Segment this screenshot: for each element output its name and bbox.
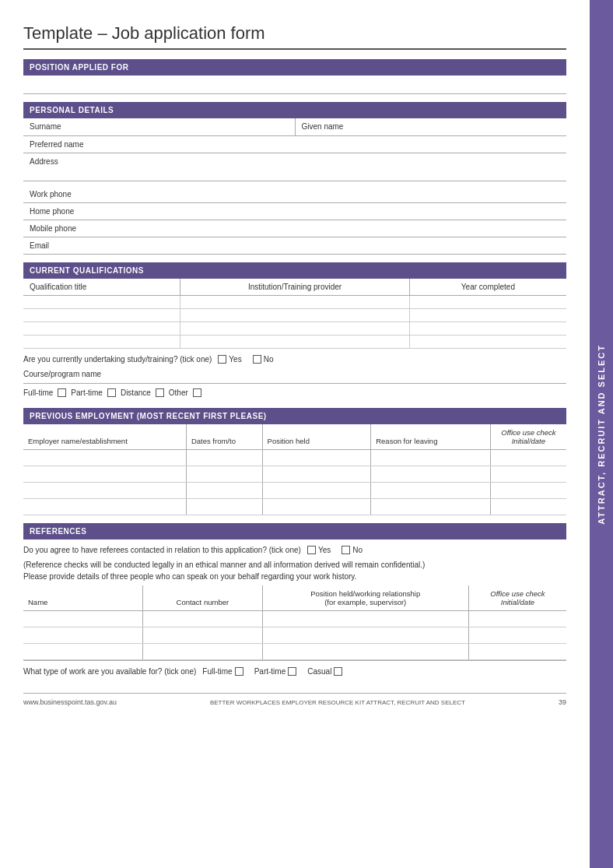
course-program-row: Course/program name bbox=[23, 367, 566, 384]
qual-year-col-header: Year completed bbox=[410, 279, 566, 295]
qual-title-1[interactable] bbox=[23, 296, 180, 308]
work-casual-checkbox[interactable]: Casual bbox=[307, 667, 342, 676]
ref-no-box[interactable] bbox=[342, 546, 350, 554]
references-header: REFERENCES bbox=[23, 523, 566, 539]
other-label: Other bbox=[169, 388, 188, 397]
ref-position-1[interactable] bbox=[262, 611, 468, 627]
ref-contact-3[interactable] bbox=[143, 644, 263, 660]
work-fulltime-box[interactable] bbox=[235, 667, 243, 676]
given-name-label: Given name bbox=[296, 118, 567, 135]
yes-checkbox[interactable]: Yes bbox=[218, 355, 241, 364]
footer-page-number: 39 bbox=[559, 698, 566, 706]
ref-no-checkbox[interactable]: No bbox=[342, 546, 363, 554]
qual-year-2[interactable] bbox=[410, 309, 566, 322]
ref-row-3 bbox=[23, 644, 566, 660]
emp-employer-4[interactable] bbox=[23, 499, 186, 515]
no-checkbox-box[interactable] bbox=[253, 355, 261, 364]
yes-label: Yes bbox=[229, 355, 241, 364]
ref-contact-1[interactable] bbox=[143, 611, 263, 627]
employment-table: Employer name/establishment Dates from/t… bbox=[23, 424, 566, 515]
work-type-question: What type of work are you available for?… bbox=[23, 667, 196, 676]
emp-office-3 bbox=[490, 483, 566, 499]
qual-title-2[interactable] bbox=[23, 309, 180, 322]
emp-dates-3[interactable] bbox=[186, 483, 262, 499]
qual-title-col-header: Qualification title bbox=[23, 279, 180, 295]
fulltime-checkbox[interactable] bbox=[58, 388, 66, 397]
qual-row-3 bbox=[23, 322, 566, 336]
references-section: REFERENCES Do you agree to have referees… bbox=[23, 523, 566, 679]
qual-institution-3[interactable] bbox=[180, 322, 410, 335]
ref-contact-2[interactable] bbox=[143, 627, 263, 644]
ref-position-2[interactable] bbox=[262, 627, 468, 644]
emp-row-2 bbox=[23, 466, 566, 483]
previous-employment-section: PREVIOUS EMPLOYMENT (MOST RECENT FIRST P… bbox=[23, 408, 566, 515]
references-table: Name Contact number Position held/workin… bbox=[23, 585, 566, 660]
ref-yes-box[interactable] bbox=[307, 546, 316, 554]
emp-position-3[interactable] bbox=[262, 483, 371, 499]
ref-name-1[interactable] bbox=[23, 611, 143, 627]
emp-position-2[interactable] bbox=[262, 466, 371, 483]
ref-office-3 bbox=[468, 644, 566, 660]
qual-title-3[interactable] bbox=[23, 322, 180, 335]
work-casual-label: Casual bbox=[307, 667, 331, 676]
ref-col-office: Office use checkInitial/date bbox=[468, 585, 566, 611]
emp-reason-3[interactable] bbox=[371, 483, 491, 499]
qual-year-4[interactable] bbox=[410, 336, 566, 348]
work-parttime-checkbox[interactable]: Part-time bbox=[254, 667, 297, 676]
preferred-name-field[interactable]: Preferred name bbox=[23, 136, 566, 153]
emp-dates-4[interactable] bbox=[186, 499, 262, 515]
previous-employment-header: PREVIOUS EMPLOYMENT (MOST RECENT FIRST P… bbox=[23, 408, 566, 424]
study-question-row: Are you currently undertaking study/trai… bbox=[23, 349, 566, 367]
emp-position-4[interactable] bbox=[262, 499, 371, 515]
position-applied-for-header: POSITION APPLIED FOR bbox=[23, 59, 566, 76]
work-parttime-box[interactable] bbox=[288, 667, 296, 676]
position-applied-for-field[interactable] bbox=[23, 76, 566, 94]
work-phone-field[interactable]: Work phone bbox=[23, 186, 566, 203]
address-field[interactable]: Address bbox=[23, 153, 566, 181]
emp-col-employer: Employer name/establishment bbox=[23, 424, 186, 450]
yes-checkbox-box[interactable] bbox=[218, 355, 226, 364]
emp-office-4 bbox=[490, 499, 566, 515]
ref-name-3[interactable] bbox=[23, 644, 143, 660]
qual-year-3[interactable] bbox=[410, 322, 566, 335]
mode-row: Full-time Part-time Distance Other bbox=[23, 384, 566, 400]
qual-title-4[interactable] bbox=[23, 336, 180, 348]
work-casual-box[interactable] bbox=[334, 667, 342, 676]
emp-employer-1[interactable] bbox=[23, 450, 186, 466]
emp-reason-2[interactable] bbox=[371, 466, 491, 483]
distance-checkbox[interactable] bbox=[156, 388, 164, 397]
emp-col-position: Position held bbox=[262, 424, 371, 450]
no-checkbox[interactable]: No bbox=[253, 355, 274, 364]
parttime-checkbox[interactable] bbox=[107, 388, 116, 397]
ref-office-1 bbox=[468, 611, 566, 627]
qual-institution-4[interactable] bbox=[180, 336, 410, 348]
emp-col-dates: Dates from/to bbox=[186, 424, 262, 450]
qual-institution-2[interactable] bbox=[180, 309, 410, 322]
personal-details-section: PERSONAL DETAILS Surname Given name Pref… bbox=[23, 102, 566, 255]
footer-center: BETTER WORKPLACES EMPLOYER RESOURCE KIT … bbox=[210, 699, 465, 706]
email-field[interactable]: Email bbox=[23, 237, 566, 255]
emp-dates-2[interactable] bbox=[186, 466, 262, 483]
emp-position-1[interactable] bbox=[262, 450, 371, 466]
fulltime-label: Full-time bbox=[23, 388, 53, 397]
work-fulltime-checkbox[interactable]: Full-time bbox=[202, 667, 243, 676]
surname-label: Surname bbox=[23, 118, 296, 135]
ref-yes-checkbox[interactable]: Yes bbox=[307, 546, 331, 554]
ref-row-2 bbox=[23, 627, 566, 644]
emp-employer-2[interactable] bbox=[23, 466, 186, 483]
home-phone-field[interactable]: Home phone bbox=[23, 203, 566, 220]
ref-name-2[interactable] bbox=[23, 627, 143, 644]
ref-position-3[interactable] bbox=[262, 644, 468, 660]
position-applied-for-section: POSITION APPLIED FOR bbox=[23, 59, 566, 94]
qual-year-1[interactable] bbox=[410, 296, 566, 308]
distance-label: Distance bbox=[121, 388, 151, 397]
parttime-label: Part-time bbox=[71, 388, 103, 397]
emp-dates-1[interactable] bbox=[186, 450, 262, 466]
emp-reason-4[interactable] bbox=[371, 499, 491, 515]
page-footer: www.businesspoint.tas.gov.au BETTER WORK… bbox=[23, 693, 566, 706]
emp-employer-3[interactable] bbox=[23, 483, 186, 499]
qual-institution-1[interactable] bbox=[180, 296, 410, 308]
mobile-phone-field[interactable]: Mobile phone bbox=[23, 220, 566, 237]
emp-reason-1[interactable] bbox=[371, 450, 491, 466]
other-checkbox[interactable] bbox=[193, 388, 201, 397]
